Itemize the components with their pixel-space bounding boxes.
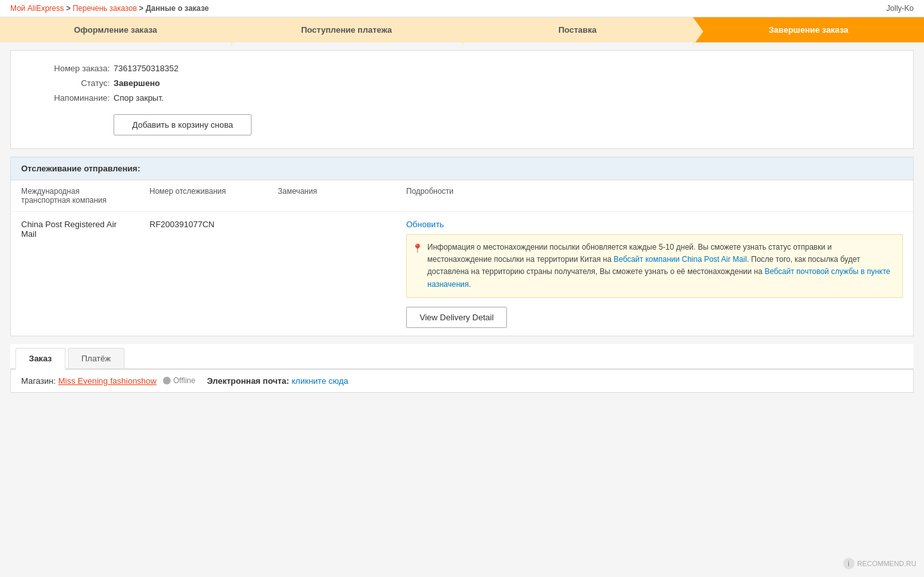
china-post-link[interactable]: Вебсайт компании China Post Air Mail	[613, 255, 747, 264]
breadcrumb: Мой AliExpress > Перечень заказов > Данн…	[10, 4, 209, 13]
tracking-details: Обновить Информация о местонахождении по…	[396, 212, 913, 336]
carrier-name: China Post Registered Air Mail	[11, 212, 139, 336]
username: Jolly-Ko	[886, 4, 914, 13]
email-label: Электронная почта:	[207, 376, 289, 386]
tracking-table: Международная транспортная компания Номе…	[11, 180, 913, 336]
update-link[interactable]: Обновить	[406, 220, 903, 229]
breadcrumb-my-ali[interactable]: Мой AliExpress	[10, 4, 64, 13]
add-to-cart-button[interactable]: Добавить в корзину снова	[114, 114, 252, 135]
breadcrumb-sep1: >	[66, 4, 73, 13]
tracking-section: Отслеживание отправления: Международная …	[10, 157, 914, 336]
step-payment: Поступление платежа	[231, 17, 462, 42]
view-delivery-button[interactable]: View Delivery Detail	[406, 307, 507, 328]
step-delivery: Поставка	[462, 17, 693, 42]
col-number-header: Номер отслеживания	[139, 180, 268, 212]
order-number-value: 73613750318352	[114, 64, 178, 73]
breadcrumb-current: Данные о заказе	[146, 4, 209, 13]
order-status-field: Статус: Завершено	[26, 78, 898, 88]
order-status-value: Завершено	[114, 78, 160, 88]
watermark-label: RECOMMEND.RU	[857, 560, 916, 567]
top-bar: Мой AliExpress > Перечень заказов > Данн…	[0, 0, 924, 17]
order-reminder-value: Спор закрыт.	[114, 93, 164, 103]
order-card: Номер заказа: 73613750318352 Статус: Зав…	[10, 50, 914, 149]
order-number-label: Номер заказа:	[26, 64, 110, 73]
watermark: i RECOMMEND.RU	[843, 558, 916, 569]
col-details-header: Подробности	[396, 180, 913, 212]
offline-label: Offline	[173, 376, 195, 385]
store-label: Магазин:	[21, 376, 56, 386]
tracking-header: Отслеживание отправления:	[11, 157, 913, 180]
tracking-number: RF200391077CN	[139, 212, 268, 336]
col-carrier-header: Международная транспортная компания	[11, 180, 139, 212]
shop-bar: Магазин: Miss Evening fashionshow Offlin…	[10, 370, 914, 393]
tracking-info-box: Информация о местонахождении посылки обн…	[406, 234, 903, 298]
store-name-link[interactable]: Miss Evening fashionshow	[58, 376, 157, 386]
tab-order[interactable]: Заказ	[15, 348, 65, 370]
recommend-icon: i	[843, 558, 855, 569]
tabs-bar: Заказ Платёж	[10, 344, 914, 370]
order-reminder-label: Напоминание:	[26, 93, 110, 103]
order-reminder-field: Напоминание: Спор закрыт.	[26, 93, 898, 103]
tracking-remarks	[268, 212, 396, 336]
info-text-3: .	[468, 280, 470, 289]
progress-bar: Оформление заказа Поступление платежа По…	[0, 17, 924, 42]
breadcrumb-orders[interactable]: Перечень заказов	[73, 4, 137, 13]
breadcrumb-sep2: >	[139, 4, 146, 13]
step-order: Оформление заказа	[0, 17, 231, 42]
offline-dot-icon	[163, 377, 171, 384]
tab-payment[interactable]: Платёж	[68, 348, 124, 368]
main-content: Номер заказа: 73613750318352 Статус: Зав…	[0, 50, 924, 393]
offline-badge: Offline	[163, 376, 195, 385]
order-number-field: Номер заказа: 73613750318352	[26, 64, 898, 73]
email-link[interactable]: кликните сюда	[292, 376, 348, 386]
col-remarks-header: Замечания	[268, 180, 396, 212]
tracking-row: China Post Registered Air Mail RF2003910…	[11, 212, 913, 336]
order-status-label: Статус:	[26, 78, 110, 88]
step-complete: Завершение заказа	[693, 17, 924, 42]
